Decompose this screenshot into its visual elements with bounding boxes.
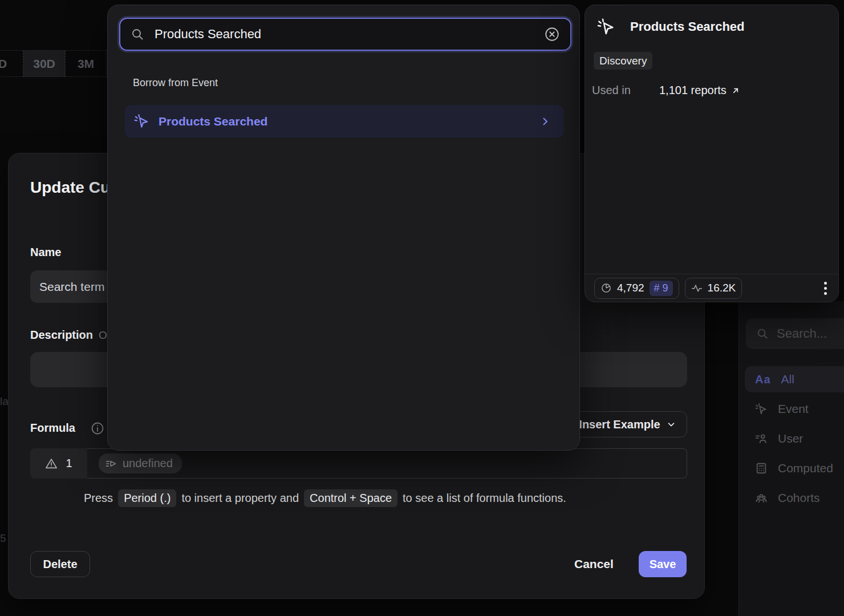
save-button[interactable]: Save <box>639 551 687 577</box>
filter-item-label: User <box>778 432 803 445</box>
volume-stat-pill[interactable]: 16.2K <box>685 278 742 299</box>
filter-item-cohorts[interactable]: Cohorts <box>745 485 844 511</box>
filter-item-all[interactable]: Aa All <box>745 366 844 392</box>
event-card-header: Products Searched <box>597 18 745 36</box>
event-details-card: Products Searched Discovery Used in 1,10… <box>585 5 839 302</box>
panel-search-placeholder: Search... <box>777 326 827 341</box>
hint-text: to see a list of formula functions. <box>403 492 566 505</box>
hint-text: Press <box>84 492 113 505</box>
kbd-control-space: Control + Space <box>304 489 397 507</box>
borrow-from-event-label: Borrow from Event <box>133 77 218 89</box>
modal-title: Update Cu <box>30 179 110 197</box>
category-badge: Discovery <box>594 52 652 70</box>
chevron-right-icon <box>539 116 551 127</box>
used-in-value: 1,101 reports <box>659 84 727 97</box>
info-icon[interactable] <box>91 422 104 435</box>
time-range-3m-label: 3M <box>78 57 94 71</box>
activity-pulse-icon <box>691 282 703 294</box>
dialog-search-value: Products Searched <box>155 27 544 42</box>
filter-item-user[interactable]: User <box>745 425 844 452</box>
formula-error-gutter: 1 <box>30 448 87 479</box>
property-filter-panel: Search... Aa All Event User Computed Coh… <box>738 301 844 616</box>
time-range-selector: D 30D 3M <box>0 50 107 77</box>
time-range-30d-label: 30D <box>33 57 55 71</box>
search-icon <box>131 27 144 41</box>
volume-value: 16.2K <box>708 282 736 294</box>
rank-chip: # 9 <box>650 281 673 296</box>
used-in-row: Used in 1,101 reports <box>592 84 740 97</box>
cancel-button[interactable]: Cancel <box>567 551 620 577</box>
formula-label: Formula <box>30 422 75 435</box>
hint-text: to insert a property and <box>181 492 299 505</box>
name-label: Name <box>30 246 61 259</box>
filter-item-label: All <box>781 372 794 386</box>
font-aa-icon: Aa <box>755 373 771 386</box>
insert-example-button[interactable]: Insert Example <box>568 411 687 437</box>
time-range-3m[interactable]: 3M <box>65 50 107 77</box>
insert-example-label: Insert Example <box>579 418 660 431</box>
filter-item-label: Event <box>778 402 809 416</box>
event-icon <box>597 18 615 36</box>
used-in-link[interactable]: 1,101 reports <box>659 84 740 97</box>
formula-editor-row: 1 undefined <box>30 448 687 479</box>
queries-value: 4,792 <box>617 282 644 294</box>
time-range-7d[interactable]: D <box>0 50 23 77</box>
panel-search-input[interactable]: Search... <box>746 318 844 349</box>
delete-button[interactable]: Delete <box>30 551 90 577</box>
background-text-fragment: 5 <box>0 532 6 545</box>
name-input-value: Search term <box>39 280 104 294</box>
warning-icon <box>45 457 58 470</box>
dialog-search-input[interactable]: Products Searched <box>119 18 571 51</box>
event-card-footer: 4,792 # 9 16.2K <box>585 274 838 302</box>
event-icon <box>134 114 149 129</box>
user-icon <box>755 432 768 445</box>
formula-error-count: 1 <box>66 457 72 470</box>
formula-hint: Press Period (.) to insert a property an… <box>84 489 654 507</box>
time-range-30d[interactable]: 30D <box>23 50 65 77</box>
chevron-down-icon <box>666 419 676 429</box>
formula-property-chip[interactable]: undefined <box>99 453 182 473</box>
formula-input[interactable]: undefined <box>87 448 687 479</box>
event-icon <box>755 403 768 415</box>
kbd-period: Period (.) <box>118 489 176 507</box>
queries-stat-pill[interactable]: 4,792 # 9 <box>594 278 679 299</box>
formula-chip-label: undefined <box>123 457 173 470</box>
computed-icon <box>755 462 768 475</box>
event-result-row[interactable]: Products Searched <box>125 105 563 137</box>
description-label-text: Description <box>30 329 93 341</box>
search-icon <box>756 327 769 340</box>
filter-item-event[interactable]: Event <box>745 396 844 422</box>
time-range-7d-label: D <box>0 57 7 71</box>
filter-item-computed[interactable]: Computed <box>745 455 844 481</box>
external-link-arrow-icon <box>731 86 740 95</box>
property-search-dialog: Products Searched Borrow from Event Prod… <box>107 5 580 451</box>
event-property-icon <box>105 458 117 469</box>
used-in-label: Used in <box>592 84 659 97</box>
event-card-title: Products Searched <box>630 19 745 34</box>
clear-search-icon[interactable] <box>544 26 560 42</box>
filter-item-label: Computed <box>778 461 833 475</box>
more-options-kebab-icon[interactable] <box>822 279 829 297</box>
filter-item-label: Cohorts <box>778 491 820 505</box>
cohorts-icon <box>755 492 768 504</box>
pie-chart-icon <box>600 282 612 294</box>
event-result-label: Products Searched <box>159 115 539 128</box>
